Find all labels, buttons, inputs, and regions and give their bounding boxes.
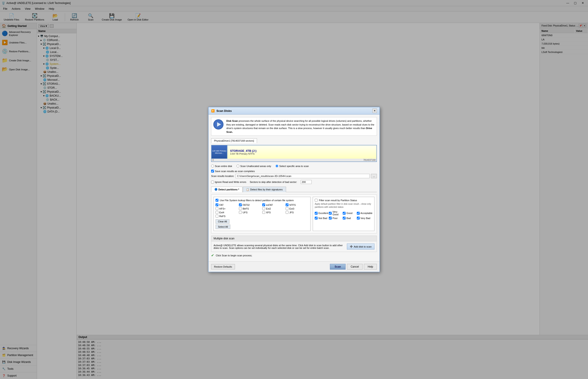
fs-exfat-checkbox[interactable]	[262, 203, 265, 206]
status-excellent-label[interactable]: Excellent	[315, 210, 328, 216]
scan-button[interactable]: Scan	[330, 264, 346, 269]
fs-btrfs-label[interactable]: BtrFS	[239, 207, 262, 210]
scan-specific-text: Select specific area to scan	[279, 165, 309, 167]
fs-filter-checkbox[interactable]	[216, 199, 218, 202]
modal-footer: Restore Defaults Scan Cancel Help	[208, 261, 380, 272]
modal-overlay: ▶️ Scan Disks ✕ Disk Scan processes the …	[0, 0, 588, 379]
ignore-errors-text: Ignore Read and Write errors	[215, 181, 246, 183]
ignore-errors-checkbox[interactable]	[211, 181, 214, 184]
scan-specific-radio-label[interactable]: Select specific area to scan	[276, 165, 309, 167]
scan-entire-text: Scan entire disk	[215, 165, 232, 167]
fs-filter-box: Use File System lookup filters to detect…	[214, 197, 310, 231]
fs-ext3-checkbox[interactable]	[286, 207, 289, 210]
save-results-label[interactable]: Save scan results as scan completes	[211, 170, 377, 173]
save-results-checkbox[interactable]	[211, 170, 214, 173]
multiple-scan-description: Active@ UNDELETE allows scanning several…	[214, 244, 344, 249]
fs-exfat-label[interactable]: exFAT	[262, 203, 285, 206]
fs-ext4-label[interactable]: Ext4	[216, 211, 238, 214]
scan-location-row: Scan results location: ...	[211, 174, 377, 178]
scan-unalloc-radio[interactable]	[236, 165, 239, 167]
status-bad-label[interactable]: Bad	[343, 217, 356, 220]
scan-location-input[interactable]	[235, 174, 370, 178]
fs-ufs-label[interactable]: UFS	[239, 211, 262, 214]
multiple-scan-header: Multiple disk scan	[211, 236, 377, 241]
fs-hfsplus-checkbox[interactable]	[216, 207, 218, 210]
add-disk-to-scan-button[interactable]: ➕ Add disk to scan	[347, 244, 374, 250]
tab-detect-partitions[interactable]: 🔵 Detect partitions *	[211, 187, 242, 192]
fs-ext2-checkbox[interactable]	[262, 207, 265, 210]
fs-fat32-label[interactable]: FAT32	[239, 203, 262, 206]
detect-partitions-label: Detect partitions *	[218, 188, 239, 191]
status-poor-checkbox[interactable]	[329, 217, 332, 220]
disk-part-small: 128 MB Primary Microso...	[212, 145, 227, 159]
modal-title-group: ▶️ Scan Disks	[211, 109, 232, 112]
status-excellent-checkbox[interactable]	[315, 212, 318, 215]
fs-fat-checkbox[interactable]	[216, 203, 218, 206]
ruler-start: 0	[212, 159, 214, 161]
clear-all-button[interactable]: Clear All	[216, 219, 229, 224]
skip-sectors-label: Sectors to skip after detection of bad s…	[250, 181, 297, 183]
status-verybad-checkbox[interactable]	[357, 217, 360, 220]
status-good-label[interactable]: Good	[343, 210, 356, 216]
fs-xfs-checkbox[interactable]	[262, 211, 265, 214]
fs-xfs-label[interactable]: XFS	[262, 211, 285, 214]
inner-tabs: 🔵 Detect partitions * 📋 Detect files by …	[211, 187, 377, 192]
save-results-text: Save scan results as scan completes	[215, 170, 255, 173]
status-verybad-label[interactable]: Very Bad	[357, 217, 372, 220]
help-button[interactable]: Help	[364, 264, 377, 269]
modal-body: Disk Scan processes the whole surface of…	[208, 114, 380, 261]
status-notbad-label[interactable]: Not Bad	[315, 217, 328, 220]
scan-unalloc-radio-label[interactable]: Scan Unallocated areas only	[236, 165, 271, 167]
detect-partitions-icon: 🔵	[214, 188, 218, 191]
status-good-checkbox[interactable]	[343, 212, 346, 215]
save-results-row: Save scan results as scan completes	[211, 170, 377, 173]
add-disk-label: Add disk to scan	[354, 245, 372, 248]
scan-specific-radio[interactable]	[276, 165, 278, 167]
fs-ext2-label[interactable]: Ext2	[262, 207, 285, 210]
disk-visual-container: 128 MB Primary Microso... STORAGE_4TB (J…	[211, 145, 377, 162]
fs-jfs-label[interactable]: JFS	[286, 211, 309, 214]
fs-btrfs-checkbox[interactable]	[239, 207, 242, 210]
select-all-button[interactable]: Select All	[216, 225, 230, 229]
fs-ext3-label[interactable]: Ext3	[286, 207, 309, 210]
status-notbad-checkbox[interactable]	[315, 217, 318, 220]
fs-fat32-checkbox[interactable]	[239, 203, 242, 206]
fs-hfsplus-label[interactable]: HFS+	[216, 207, 238, 210]
status-acceptable-label[interactable]: Acceptable	[357, 210, 372, 216]
disk-tabs: PhysicalDrive1 [7814037168 sectors]	[211, 138, 377, 143]
fs-ntfs-label[interactable]: NTFS	[286, 203, 309, 206]
detect-files-icon: 📋	[246, 188, 249, 191]
disk-tab-physicaldrive1[interactable]: PhysicalDrive1 [7814037168 sectors]	[211, 138, 257, 143]
status-verygood-checkbox[interactable]	[329, 212, 332, 215]
status-grid: Excellent Very Good Good Acceptable Not …	[315, 210, 372, 220]
scan-entire-radio-label[interactable]: Scan entire disk	[211, 165, 232, 167]
tab-detect-files[interactable]: 📋 Detect files by their signatures	[243, 187, 286, 192]
fs-fat-label[interactable]: FAT	[216, 203, 238, 206]
restore-defaults-button[interactable]: Restore Defaults	[211, 264, 235, 269]
scan-entire-radio[interactable]	[211, 165, 214, 167]
disk-part-main: STORAGE_4TB (J:) 3.64 TB Primary NTFS	[227, 145, 376, 159]
skip-sectors-input[interactable]	[301, 180, 312, 184]
fs-ext4-checkbox[interactable]	[216, 211, 218, 214]
browse-button[interactable]: ...	[371, 174, 377, 178]
modal-title-text: Scan Disks	[216, 109, 232, 112]
disk-visual: 128 MB Primary Microso... STORAGE_4TB (J…	[212, 145, 376, 159]
ignore-errors-label[interactable]: Ignore Read and Write errors	[211, 181, 246, 184]
status-poor-label[interactable]: Poor	[329, 217, 342, 220]
fs-filter-title: Use File System lookup filters to detect…	[220, 199, 294, 202]
status-bad-checkbox[interactable]	[343, 217, 346, 220]
fs-refs-checkbox[interactable]	[216, 215, 218, 218]
disk-ruler: 0 7814037168	[212, 159, 376, 161]
status-filter-checkbox[interactable]	[315, 199, 318, 202]
cancel-button[interactable]: Cancel	[347, 264, 363, 269]
fs-ufs-checkbox[interactable]	[239, 211, 242, 214]
fs-refs-label[interactable]: ReFS	[216, 215, 238, 218]
status-verygood-label[interactable]: Very Good	[329, 210, 342, 216]
modal-close-button[interactable]: ✕	[372, 109, 377, 113]
modal-header: ▶️ Scan Disks ✕	[208, 107, 380, 114]
status-filter-title: Filter scan result by Partition Status	[319, 199, 357, 202]
multiple-scan-title: Multiple disk scan	[214, 237, 235, 240]
fs-jfs-checkbox[interactable]	[286, 211, 289, 214]
status-acceptable-checkbox[interactable]	[357, 212, 360, 215]
fs-ntfs-checkbox[interactable]	[286, 203, 289, 206]
